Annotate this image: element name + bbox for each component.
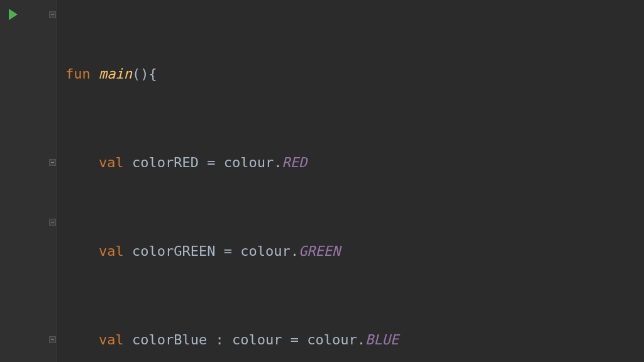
identifier: colorRED [132,155,199,170]
class-ref: colour [307,332,357,348]
colon: : [207,332,232,348]
fold-marker-icon[interactable] [49,159,56,166]
enum-constant: BLUE [365,332,399,348]
code-editor[interactable]: fun main(){ val colorRED = colour.RED va… [0,0,644,362]
operator: = [215,243,240,259]
identifier: colorGREEN [132,243,215,259]
fold-marker-icon[interactable] [49,11,56,18]
code-line: val colorBlue : colour = colour.BLUE [65,325,399,354]
code-line: fun main(){ [65,59,399,89]
dot: . [274,155,282,170]
identifier: colorBlue [132,332,207,348]
dot: . [357,332,365,348]
enum-constant: GREEN [299,243,340,259]
dot: . [291,243,299,259]
fold-marker-icon[interactable] [49,219,56,226]
code-line: val colorGREEN = colour.GREEN [65,236,399,266]
keyword-val: val [99,243,124,259]
run-icon[interactable] [9,9,18,20]
enum-constant: RED [282,155,307,170]
function-name: main [99,66,132,82]
keyword-fun: fun [65,66,91,82]
operator: = [199,155,224,170]
editor-gutter [0,0,57,362]
class-ref: colour [224,155,274,170]
class-ref: colour [240,243,290,259]
keyword-val: val [99,332,124,348]
operator: = [282,332,307,348]
code-line: val colorRED = colour.RED [65,148,399,177]
type-annotation: colour [232,332,282,348]
keyword-val: val [99,155,124,170]
code-area[interactable]: fun main(){ val colorRED = colour.RED va… [57,0,399,362]
fold-marker-icon[interactable] [49,336,56,343]
punctuation: (){ [132,66,157,82]
